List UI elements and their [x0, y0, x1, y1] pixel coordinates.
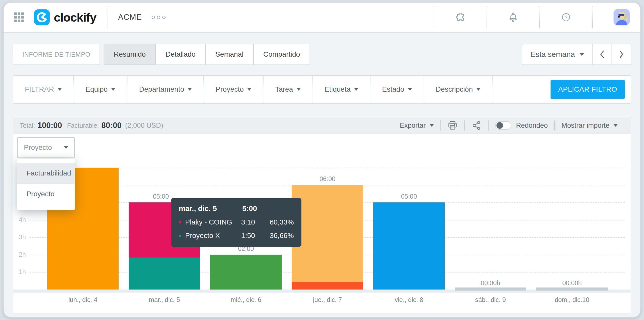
filter-items: EquipoDepartamentoProyectoTareaEtiquetaE…: [74, 76, 493, 103]
filter-item-departamento[interactable]: Departamento: [127, 76, 204, 103]
summary-tools: Exportar: [393, 117, 624, 134]
help-icon[interactable]: ?: [551, 12, 582, 23]
bar-segment-light_orange: [292, 185, 363, 282]
chevron-down-icon: [58, 88, 62, 91]
toggle-knob: [496, 122, 503, 129]
gridline-7h: [29, 168, 625, 168]
filter-item-label: Estado: [382, 85, 404, 93]
report-tabs: ResumidoDetalladoSemanalCompartido: [104, 44, 310, 65]
chevron-down-icon: [247, 88, 251, 91]
tooltip-total: 5:00: [242, 204, 257, 213]
bar-zero-5[interactable]: [455, 287, 526, 291]
chevron-down-icon: [297, 88, 301, 91]
tooltip-project-time: 1:50: [241, 232, 270, 240]
workspace-overflow-icon[interactable]: [152, 16, 166, 19]
tooltip-rows: Plaky - COING3:1060,33%Proyecto X1:5036,…: [179, 218, 294, 240]
report-tab-row: INFORME DE TIEMPO ResumidoDetalladoSeman…: [13, 44, 631, 65]
grouping-menu: FacturabilidadProyecto: [17, 159, 75, 210]
filter-item-label: Equipo: [86, 85, 108, 93]
show-amount-label: Mostrar importe: [561, 122, 609, 130]
filter-item-label: Proyecto: [216, 85, 244, 93]
filter-item-equipo[interactable]: Equipo: [74, 76, 127, 103]
chevron-down-icon: [408, 88, 412, 91]
filter-menu-button[interactable]: FILTRAR: [13, 76, 74, 103]
project-color-dot: [179, 235, 181, 237]
filter-item-etiqueta[interactable]: Etiqueta: [313, 76, 371, 103]
chart-tooltip: mar., dic. 5 5:00 Plaky - COING3:1060,33…: [171, 198, 301, 247]
filter-item-label: Tarea: [275, 85, 293, 93]
grouping-selected-value: Proyecto: [24, 143, 52, 152]
tab-semanal[interactable]: Semanal: [205, 44, 254, 65]
notifications-bell-icon[interactable]: [498, 12, 529, 22]
tab-detallado[interactable]: Detallado: [155, 44, 206, 65]
billable-label: Facturable:: [67, 122, 99, 129]
filter-item-estado[interactable]: Estado: [371, 76, 424, 103]
next-period-button[interactable]: [611, 44, 631, 65]
bar-3[interactable]: [292, 185, 363, 290]
rounding-toggle[interactable]: [495, 121, 511, 130]
chevron-down-icon: [354, 88, 358, 91]
chevron-down-icon: [579, 53, 584, 56]
tooltip-project-time: 3:10: [241, 218, 270, 226]
tooltip-row: Plaky - COING3:1060,33%: [179, 218, 294, 226]
tooltip-date: mar., dic. 5: [179, 204, 242, 213]
bar-segment-blue: [373, 202, 445, 290]
filter-bar: FILTRAR EquipoDepartamentoProyectoTareaE…: [13, 75, 631, 104]
date-range-label: Esta semana: [530, 50, 575, 59]
tooltip-header: mar., dic. 5 5:00: [179, 204, 294, 213]
tooltip-row: Proyecto X1:5036,66%: [179, 232, 294, 240]
billable-value: 80:00: [101, 121, 121, 130]
top-right-actions: ?: [423, 3, 630, 32]
previous-period-button[interactable]: [592, 44, 611, 65]
show-amount-dropdown[interactable]: Mostrar importe: [555, 117, 624, 134]
filter-label: FILTRAR: [25, 85, 54, 93]
app-window: clockify ACME: [4, 3, 640, 317]
filter-item-descripción[interactable]: Descripción: [424, 76, 493, 103]
filter-item-label: Etiqueta: [325, 85, 351, 93]
user-avatar[interactable]: [614, 9, 630, 25]
export-button[interactable]: Exportar: [393, 117, 440, 134]
bar-value-label-6: 00:00h: [536, 279, 608, 287]
apps-grid-icon[interactable]: [14, 12, 24, 22]
divider: [592, 6, 593, 28]
chevron-down-icon: [64, 146, 68, 149]
date-range-control: Esta semana: [522, 44, 631, 65]
clockify-logo-icon[interactable]: [34, 9, 50, 25]
bar-segment-green: [210, 255, 282, 290]
grouping-option-facturabilidad[interactable]: Facturabilidad: [17, 163, 75, 184]
rounding-control: Redondeo: [489, 117, 554, 134]
divider: [434, 6, 434, 28]
filter-item-tarea[interactable]: Tarea: [264, 76, 313, 103]
bar-4[interactable]: [373, 202, 445, 290]
bar-zero-6[interactable]: [536, 287, 608, 291]
chart-plot: Proyecto FacturabilidadProyecto mar., di…: [13, 134, 631, 313]
tooltip-project-percent: 36,66%: [270, 232, 294, 240]
y-axis-tick-3h: 3h: [19, 233, 30, 241]
integrations-puzzle-icon[interactable]: [445, 12, 476, 23]
bar-segment-teal: [129, 258, 200, 290]
tab-compartido[interactable]: Compartido: [253, 44, 310, 65]
filter-item-proyecto[interactable]: Proyecto: [204, 76, 264, 103]
grouping-select[interactable]: Proyecto: [17, 137, 75, 158]
share-button[interactable]: [465, 117, 488, 134]
x-axis-label-1: mar., dic. 5: [129, 296, 200, 303]
workspace-name[interactable]: ACME: [118, 13, 142, 22]
bar-value-label-4: 05:00: [373, 193, 445, 200]
report-type-label: INFORME DE TIEMPO: [13, 44, 100, 65]
print-button[interactable]: [441, 117, 464, 134]
bar-value-label-5: 00:00h: [455, 279, 526, 287]
top-bar: clockify ACME: [4, 3, 640, 33]
grouping-option-proyecto[interactable]: Proyecto: [17, 184, 75, 204]
filter-item-label: Departamento: [139, 85, 184, 93]
x-axis-label-6: dom., dic.10: [536, 296, 608, 303]
x-axis-label-5: sáb., dic. 9: [455, 296, 526, 303]
chevron-down-icon: [188, 88, 192, 91]
tab-resumido[interactable]: Resumido: [104, 44, 156, 65]
rounding-label: Redondeo: [516, 122, 548, 130]
chevron-down-icon: [614, 124, 618, 127]
bar-2[interactable]: [210, 255, 282, 290]
bar-value-label-3: 06:00: [292, 175, 363, 183]
apply-filter-button[interactable]: APLICAR FILTRO: [551, 80, 625, 99]
y-axis-tick-4h: 4h: [19, 216, 30, 223]
date-range-button[interactable]: Esta semana: [522, 44, 592, 65]
